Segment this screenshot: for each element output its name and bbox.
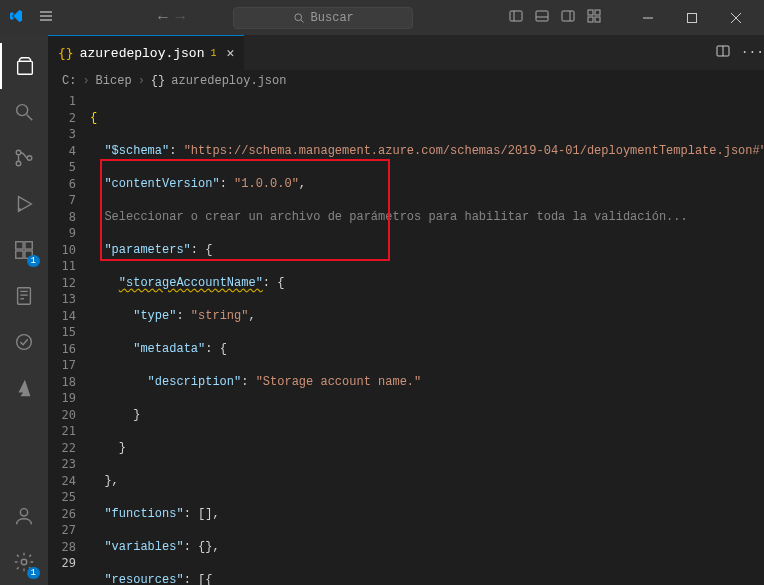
- search-placeholder: Buscar: [311, 11, 354, 25]
- split-editor-icon[interactable]: [715, 43, 731, 63]
- source-control-icon[interactable]: [0, 135, 48, 181]
- close-button[interactable]: [716, 4, 756, 32]
- breadcrumb-folder[interactable]: Bicep: [96, 74, 132, 88]
- svg-rect-19: [18, 61, 33, 74]
- nav-forward-icon: →: [176, 9, 186, 27]
- svg-point-34: [17, 335, 32, 350]
- svg-rect-13: [588, 17, 593, 22]
- json-file-icon: {}: [58, 46, 74, 61]
- more-actions-icon[interactable]: ···: [741, 45, 764, 60]
- toggle-secondary-sidebar-icon[interactable]: [560, 8, 576, 28]
- svg-rect-26: [16, 242, 23, 249]
- svg-line-4: [300, 19, 303, 22]
- hamburger-menu-icon[interactable]: [32, 8, 60, 28]
- svg-rect-16: [688, 13, 697, 22]
- nav-arrows: ← →: [158, 9, 185, 27]
- breadcrumb-root[interactable]: C:: [62, 74, 76, 88]
- svg-point-3: [294, 13, 301, 20]
- svg-rect-30: [18, 288, 31, 305]
- svg-rect-11: [588, 10, 593, 15]
- tab-close-icon[interactable]: ✕: [227, 45, 235, 61]
- breadcrumbs[interactable]: C: › Bicep › {} azuredeploy.json: [48, 70, 764, 92]
- command-center[interactable]: Buscar: [233, 7, 413, 29]
- svg-point-35: [20, 509, 27, 516]
- svg-point-23: [16, 161, 21, 166]
- toggle-panel-icon[interactable]: [534, 8, 550, 28]
- tab-bar: {} azuredeploy.json 1 ✕ ···: [48, 35, 764, 70]
- svg-rect-27: [25, 242, 32, 249]
- nav-back-icon[interactable]: ←: [158, 9, 168, 27]
- explorer-icon[interactable]: [0, 43, 48, 89]
- svg-rect-7: [536, 11, 548, 21]
- vscode-logo-icon: [8, 8, 24, 28]
- accounts-icon[interactable]: [0, 493, 48, 539]
- search-activity-icon[interactable]: [0, 89, 48, 135]
- customize-layout-icon[interactable]: [586, 8, 602, 28]
- testing-icon[interactable]: [0, 319, 48, 365]
- svg-rect-12: [595, 10, 600, 15]
- extensions-badge: 1: [27, 255, 40, 267]
- azure-icon[interactable]: [0, 365, 48, 411]
- chevron-right-icon: ›: [82, 74, 89, 88]
- svg-rect-5: [510, 11, 522, 21]
- toggle-primary-sidebar-icon[interactable]: [508, 8, 524, 28]
- svg-point-25: [19, 209, 21, 211]
- svg-rect-14: [595, 17, 600, 22]
- notebook-icon[interactable]: [0, 273, 48, 319]
- svg-point-20: [17, 105, 28, 116]
- chevron-right-icon: ›: [138, 74, 145, 88]
- window-controls: [628, 4, 756, 32]
- editor-area: {} azuredeploy.json 1 ✕ ··· C: › Bicep ›…: [48, 35, 764, 585]
- json-file-icon: {}: [151, 74, 165, 88]
- search-icon: [293, 12, 305, 24]
- layout-controls: [508, 8, 602, 28]
- run-debug-icon[interactable]: [0, 181, 48, 227]
- activity-bar: 1 1: [0, 35, 48, 585]
- minimize-button[interactable]: [628, 4, 668, 32]
- settings-icon[interactable]: 1: [0, 539, 48, 585]
- code-editor[interactable]: 1234567891011121314151617181920212223242…: [48, 92, 764, 585]
- breadcrumb-file[interactable]: azuredeploy.json: [171, 74, 286, 88]
- line-number-gutter: 1234567891011121314151617181920212223242…: [48, 92, 90, 585]
- settings-badge: 1: [27, 567, 40, 579]
- svg-point-24: [27, 156, 32, 161]
- svg-point-36: [21, 559, 27, 565]
- parameter-hint[interactable]: Seleccionar o crear un archivo de paráme…: [104, 210, 687, 224]
- tab-problems-count: 1: [210, 48, 216, 59]
- tab-filename: azuredeploy.json: [80, 46, 205, 61]
- svg-rect-28: [16, 251, 23, 258]
- svg-rect-9: [562, 11, 574, 21]
- code-content[interactable]: { "$schema": "https://schema.management.…: [90, 92, 764, 585]
- maximize-button[interactable]: [672, 4, 712, 32]
- svg-line-21: [27, 115, 33, 121]
- extensions-icon[interactable]: 1: [0, 227, 48, 273]
- svg-point-22: [16, 150, 21, 155]
- tab-azuredeploy[interactable]: {} azuredeploy.json 1 ✕: [48, 35, 244, 70]
- title-bar: ← → Buscar: [0, 0, 764, 35]
